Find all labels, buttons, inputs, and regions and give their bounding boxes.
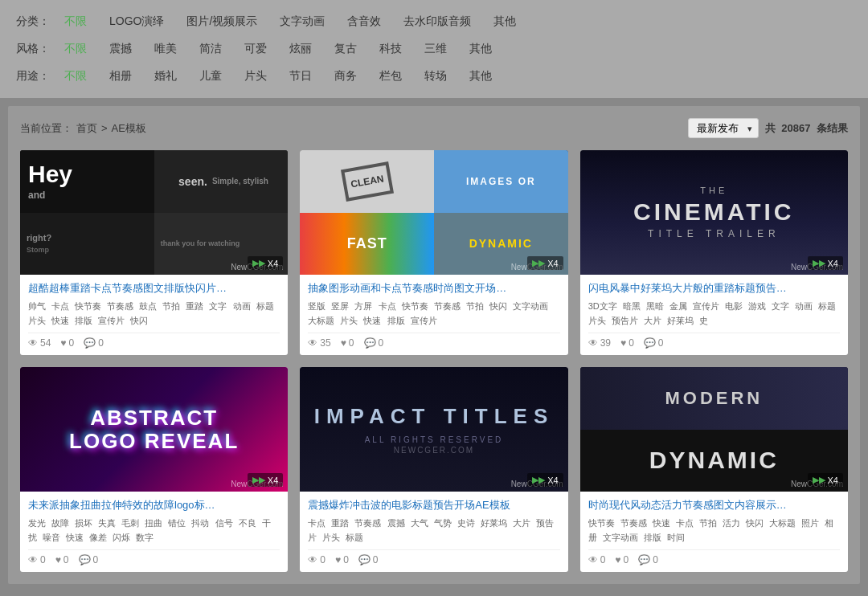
filter-item-usage-5[interactable]: 节日 <box>281 67 320 85</box>
tag: 快速 <box>51 316 69 325</box>
tag: 数字 <box>136 533 154 542</box>
filter-bar: 分类： 不限 LOGO演绎 图片/视频展示 文字动画 含音效 去水印版音频 其他… <box>0 0 868 98</box>
badge-label-3: X4 <box>828 259 838 268</box>
stat-comments-6: 💬 0 <box>638 554 658 565</box>
tag: 竖版 <box>308 301 326 311</box>
tag: 金属 <box>669 301 687 311</box>
filter-item-style-4[interactable]: 可爱 <box>236 40 275 58</box>
tag: 抖动 <box>191 518 209 528</box>
tag: 大片 <box>644 316 661 325</box>
play-icon-2: ▶▶ <box>532 258 545 268</box>
card-stats-6: 👁 0 ♥ 0 💬 0 <box>588 549 840 565</box>
filter-item-style-8[interactable]: 三维 <box>416 40 455 58</box>
filter-item-style-1[interactable]: 震撼 <box>101 40 140 58</box>
filter-item-style-6[interactable]: 复古 <box>326 40 365 58</box>
tag: 大标题 <box>769 518 796 528</box>
filter-label-usage: 用途： <box>16 69 50 84</box>
tag: 不良 <box>239 518 256 528</box>
tag: 节拍 <box>699 518 717 528</box>
tag: 文字动画 <box>513 301 548 311</box>
filter-item-category-1[interactable]: LOGO演绎 <box>101 13 172 31</box>
comment-count-6: 0 <box>653 554 658 565</box>
tag: 卡点 <box>51 301 69 311</box>
filter-item-category-5[interactable]: 去水印版音频 <box>395 13 479 31</box>
table-row[interactable]: THE CINEMATIC TITLE TRAILER NewCGer.com … <box>580 150 848 355</box>
filter-item-style-0[interactable]: 不限 <box>56 40 95 58</box>
breadcrumb-home[interactable]: 首页 <box>76 121 97 136</box>
tag: 故障 <box>51 518 69 528</box>
table-row[interactable]: CLEAN IMAGES OR FAST DYNAMIC NewCGer.com… <box>300 150 567 355</box>
filter-item-style-7[interactable]: 科技 <box>371 40 410 58</box>
tag: 片头 <box>340 316 358 325</box>
card-stats-5: 👁 0 ♥ 0 💬 0 <box>308 549 559 565</box>
play-icon-4: ▶▶ <box>252 475 265 485</box>
tag: 黑暗 <box>646 301 664 311</box>
stat-likes-1: ♥ 0 <box>60 337 74 349</box>
filter-item-usage-8[interactable]: 转场 <box>416 67 455 85</box>
filter-item-category-0[interactable]: 不限 <box>56 13 95 31</box>
card-title-1[interactable]: 超酷超棒重踏卡点节奏感图文排版快闪片… <box>28 281 280 296</box>
filter-item-usage-2[interactable]: 婚礼 <box>146 67 185 85</box>
card-title-4[interactable]: 未来派抽象扭曲拉伸特效的故障logo标… <box>28 498 280 512</box>
tag: 卡点 <box>676 518 694 528</box>
like-count-2: 0 <box>349 337 354 349</box>
breadcrumb-current: AE模板 <box>112 121 146 136</box>
tag: 节拍 <box>162 301 180 311</box>
table-row[interactable]: MODERN DYNAMIC NewCGer.com ▶▶ X4 时尚现代风动态… <box>580 367 848 572</box>
card-thumbnail-4: ABSTRACTLOGO REVEAL NewCGer.com ▶▶ X4 <box>20 367 288 492</box>
filter-item-category-6[interactable]: 其他 <box>485 13 524 31</box>
stat-views-5: 👁 0 <box>308 554 326 565</box>
filter-item-category-4[interactable]: 含音效 <box>339 13 389 31</box>
filter-item-usage-3[interactable]: 儿童 <box>191 67 230 85</box>
filter-item-usage-0[interactable]: 不限 <box>56 67 95 85</box>
filter-item-usage-1[interactable]: 相册 <box>101 67 140 85</box>
tag: 大气 <box>411 518 428 528</box>
sort-wrapper[interactable]: 最新发布最多下载最多收藏 <box>688 118 759 138</box>
table-row[interactable]: Hey and seen. Simple, stylish right? Sto… <box>20 150 288 355</box>
table-row[interactable]: IMPACT TITLES ALL RIGHTS RESERVED NewCGe… <box>300 367 567 572</box>
tag: 气势 <box>434 518 452 528</box>
view-count-2: 35 <box>320 337 330 349</box>
filter-item-style-2[interactable]: 唯美 <box>146 40 185 58</box>
filter-item-usage-9[interactable]: 其他 <box>461 67 500 85</box>
tag: 电影 <box>725 301 743 311</box>
card-thumbnail-6: MODERN DYNAMIC NewCGer.com ▶▶ X4 <box>580 367 848 492</box>
heart-icon: ♥ <box>55 554 61 565</box>
stat-views-3: 👁 39 <box>588 337 611 349</box>
card-title-3[interactable]: 闪电风暴中好莱坞大片般的重踏标题预告… <box>588 281 840 296</box>
filter-item-style-3[interactable]: 简洁 <box>191 40 230 58</box>
stat-likes-3: ♥ 0 <box>620 337 634 349</box>
tag: 快速 <box>363 316 381 325</box>
tag: 震撼 <box>387 518 405 528</box>
tag: 快闪 <box>489 301 507 311</box>
card-title-6[interactable]: 时尚现代风动态活力节奏感图文内容展示… <box>588 498 840 512</box>
card-thumbnail-1: Hey and seen. Simple, stylish right? Sto… <box>20 150 288 275</box>
card-tags-6: 快节奏 节奏感 快速 卡点 节拍 活力 快闪 大标题 照片 相册 文字动画 排版… <box>588 516 840 545</box>
filter-item-usage-7[interactable]: 栏包 <box>371 67 410 85</box>
filter-item-usage-6[interactable]: 商务 <box>326 67 365 85</box>
table-row[interactable]: ABSTRACTLOGO REVEAL NewCGer.com ▶▶ X4 未来… <box>20 367 288 572</box>
tag: 扭曲 <box>145 518 162 528</box>
eye-icon: 👁 <box>28 337 38 349</box>
comment-icon: 💬 <box>79 554 91 565</box>
filter-item-style-9[interactable]: 其他 <box>461 40 500 58</box>
card-tags-3: 3D文字 暗黑 黑暗 金属 宣传片 电影 游戏 文字 动画 标题 片头 预告片 … <box>588 300 840 328</box>
tag: 重踏 <box>186 301 203 311</box>
filter-item-usage-4[interactable]: 片头 <box>236 67 275 85</box>
filter-item-category-2[interactable]: 图片/视频展示 <box>178 13 265 31</box>
like-count-4: 0 <box>63 554 69 565</box>
filter-item-style-5[interactable]: 炫丽 <box>281 40 320 58</box>
tag: 方屏 <box>354 301 372 311</box>
stat-likes-2: ♥ 0 <box>341 337 354 349</box>
sort-select[interactable]: 最新发布最多下载最多收藏 <box>688 118 759 138</box>
tag: 卡点 <box>379 301 396 311</box>
tag: 信号 <box>215 518 233 528</box>
tag: 帅气 <box>28 301 46 311</box>
filter-item-category-3[interactable]: 文字动画 <box>272 13 333 31</box>
card-tags-1: 帅气 卡点 快节奏 节奏感 鼓点 节拍 重踏 文字 动画 标题 片头 快速 排版… <box>28 300 280 328</box>
tag: 排版 <box>387 316 405 325</box>
eye-icon: 👁 <box>588 337 598 349</box>
tag: 节奏感 <box>434 301 461 311</box>
card-title-5[interactable]: 震撼爆炸冲击波的电影标题预告开场AE模板 <box>308 498 559 512</box>
card-title-2[interactable]: 抽象图形动画和卡点节奏感时尚图文开场… <box>308 281 559 296</box>
